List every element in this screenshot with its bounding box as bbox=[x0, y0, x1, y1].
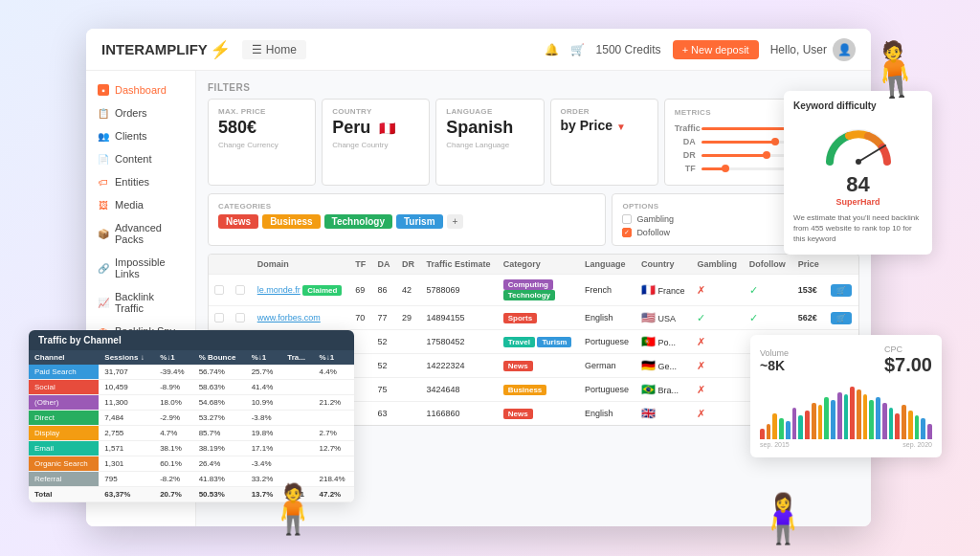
row6-dr bbox=[396, 402, 420, 426]
email-sessions: 1,571 bbox=[99, 441, 154, 456]
row1-buy[interactable]: 🛒 bbox=[825, 275, 858, 306]
new-deposit-button[interactable]: + New deposit bbox=[673, 40, 759, 59]
da-slider-handle[interactable] bbox=[771, 138, 779, 145]
row3-gambling: ✗ bbox=[691, 330, 743, 354]
buy-button[interactable]: 🛒 bbox=[831, 312, 852, 324]
home-tab[interactable]: ☰ Home bbox=[242, 40, 306, 59]
other-pct2: 10.9% bbox=[246, 395, 282, 411]
th-traffic[interactable]: Traffic Estimate bbox=[420, 255, 497, 275]
sidebar-item-impossible[interactable]: 🔗 Impossible Links bbox=[86, 251, 195, 285]
bar-item bbox=[882, 403, 887, 440]
email-bounce: 38.19% bbox=[193, 441, 246, 456]
th-dofollow[interactable]: Dofollow bbox=[744, 255, 792, 275]
bar-item bbox=[786, 421, 791, 439]
add-category-button[interactable]: + bbox=[447, 214, 464, 229]
row2-check2[interactable] bbox=[230, 306, 251, 330]
row6-da: 63 bbox=[372, 402, 396, 426]
bar-item bbox=[908, 411, 913, 439]
news-badge: News bbox=[503, 409, 533, 419]
country-card[interactable]: COUNTRY Peru 🇵🇪 Change Country bbox=[322, 99, 430, 186]
gauge-container bbox=[793, 119, 923, 167]
cart-icon[interactable]: 🛒 bbox=[570, 43, 585, 56]
referral-sessions: 795 bbox=[99, 472, 154, 487]
sidebar-item-backlink-traffic[interactable]: 📈 Backlink Traffic bbox=[86, 285, 195, 320]
character-right: 🧍 bbox=[858, 35, 929, 103]
th-category[interactable]: Category bbox=[498, 255, 579, 275]
domain-link[interactable]: le.monde.fr bbox=[257, 285, 301, 295]
character-center-right: 🧍‍♀️ bbox=[753, 491, 813, 546]
row5-category: Business bbox=[498, 378, 579, 402]
advanced-icon: 📦 bbox=[98, 228, 109, 239]
domain-link[interactable]: www.forbes.com bbox=[257, 313, 321, 322]
max-price-card[interactable]: MAX. PRICE 580€ Change Currency bbox=[208, 99, 316, 186]
bar-item bbox=[876, 397, 880, 439]
row4-dr bbox=[396, 354, 420, 378]
date-start: sep. 2015 bbox=[760, 441, 790, 448]
th-channel: Channel bbox=[29, 350, 99, 365]
th-domain[interactable]: Domain bbox=[252, 255, 349, 275]
keyword-panel: Keyword difficulty 84 SuperHard We estim… bbox=[784, 91, 932, 255]
bell-icon[interactable]: 🔔 bbox=[545, 43, 559, 56]
categories-label: CATEGORIES bbox=[218, 202, 595, 211]
sidebar-label-content: Content bbox=[115, 153, 152, 165]
channel-email: Email bbox=[29, 441, 99, 456]
bar-item bbox=[772, 413, 777, 440]
row4-gambling: ✗ bbox=[691, 354, 743, 378]
topbar-right: 🔔 🛒 1500 Credits + New deposit Hello, Us… bbox=[545, 38, 856, 61]
th-language[interactable]: Language bbox=[579, 255, 635, 275]
tag-technology[interactable]: Technology bbox=[324, 214, 392, 229]
display-pct3: 2.7% bbox=[314, 426, 354, 441]
sidebar-item-clients[interactable]: 👥 Clients bbox=[86, 124, 195, 147]
row5-da: 75 bbox=[372, 378, 396, 402]
language-card[interactable]: LANGUAGE Spanish Change Language bbox=[435, 99, 544, 186]
sidebar-item-dashboard[interactable]: ▪ Dashboard bbox=[86, 78, 195, 101]
organic-bounce: 26.4% bbox=[193, 456, 246, 472]
organic-sessions: 1,301 bbox=[99, 456, 154, 472]
tf-slider-handle[interactable] bbox=[722, 165, 729, 172]
sidebar-item-content[interactable]: 📄 Content bbox=[86, 147, 195, 170]
th-price[interactable]: Price bbox=[792, 255, 826, 275]
keyword-panel-title: Keyword difficulty bbox=[793, 100, 923, 111]
buy-button[interactable]: 🛒 bbox=[831, 284, 852, 297]
bar-item bbox=[857, 389, 861, 439]
gambling-checkbox[interactable] bbox=[622, 214, 632, 224]
row2-buy[interactable]: 🛒 bbox=[825, 306, 858, 330]
row3-country: 🇵🇹 Po... bbox=[635, 330, 692, 354]
bar-item bbox=[812, 403, 816, 440]
th-dr[interactable]: DR bbox=[396, 255, 420, 275]
bar-item bbox=[863, 394, 868, 439]
order-title: ORDER bbox=[561, 107, 648, 116]
language-title: LANGUAGE bbox=[446, 107, 533, 116]
row1-check2[interactable] bbox=[230, 275, 251, 306]
th-pct3: %↓1 bbox=[314, 350, 354, 365]
tag-turism[interactable]: Turism bbox=[396, 214, 443, 229]
sidebar-item-orders[interactable]: 📋 Orders bbox=[86, 101, 195, 124]
bar-item bbox=[798, 415, 803, 439]
sidebar-item-media[interactable]: 🖼 Media bbox=[86, 193, 195, 216]
dr-slider-handle[interactable] bbox=[763, 151, 770, 159]
th-gambling[interactable]: Gambling bbox=[691, 255, 743, 275]
date-end: sep. 2020 bbox=[902, 441, 932, 448]
metrics-tf-label: TF bbox=[675, 164, 696, 173]
volume-label: Volume bbox=[760, 348, 789, 358]
row5-language: Portuguese bbox=[579, 378, 635, 402]
sidebar-item-entities[interactable]: 🏷 Entities bbox=[86, 170, 195, 193]
row3-da: 52 bbox=[372, 330, 396, 354]
row1-check1[interactable] bbox=[209, 275, 230, 306]
bar-item bbox=[889, 408, 894, 439]
th-country[interactable]: Country bbox=[635, 255, 692, 275]
traffic-row-other: (Other) 11,300 18.0% 54.68% 10.9% 21.2% bbox=[29, 395, 354, 411]
max-price-title: MAX. PRICE bbox=[218, 107, 305, 116]
sidebar-item-advanced[interactable]: 📦 Advanced Packs bbox=[86, 216, 195, 251]
order-card[interactable]: ORDER by Price ▼ bbox=[550, 99, 658, 186]
travel-badge: Travel bbox=[503, 337, 535, 347]
dofollow-checkbox[interactable] bbox=[622, 228, 632, 237]
th-tf[interactable]: TF bbox=[349, 255, 371, 275]
tag-business[interactable]: Business bbox=[262, 214, 320, 229]
th-da[interactable]: DA bbox=[372, 255, 396, 275]
row4-category: News bbox=[498, 354, 579, 378]
row2-check1[interactable] bbox=[209, 306, 230, 330]
tag-news[interactable]: News bbox=[218, 214, 258, 229]
character-left: 🧍 bbox=[263, 481, 323, 537]
sidebar-label-advanced: Advanced Packs bbox=[115, 222, 184, 245]
